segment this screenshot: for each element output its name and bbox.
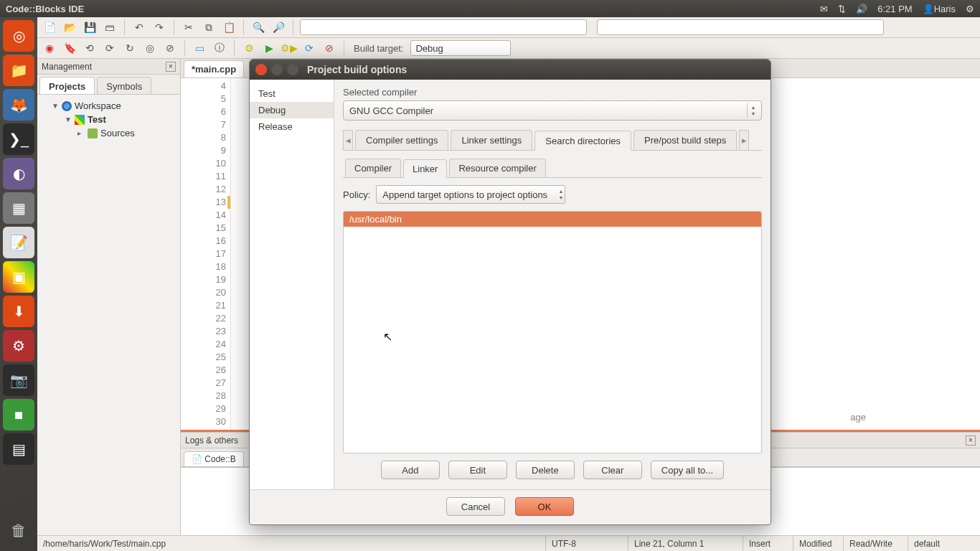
logs-tab-codeblocks[interactable]: 📄 Code::B (184, 451, 244, 466)
build-run-icon[interactable]: ⚙▶ (281, 40, 297, 56)
system-tray: ✉ ⇅ 🔊 6:21 PM 👤 Haris ⚙ (820, 4, 974, 14)
launcher-app-icon[interactable]: ▣ (3, 261, 34, 293)
nav-fwd-icon[interactable]: ⟳ (102, 40, 118, 56)
target-test[interactable]: Test (250, 85, 334, 102)
find-icon[interactable]: 🔍 (250, 19, 266, 35)
launcher-calc-icon[interactable]: ▦ (3, 192, 34, 224)
launcher-trash-icon[interactable]: 🗑 (3, 515, 34, 547)
policy-combo[interactable]: Append target options to project options… (376, 185, 565, 204)
build-icon[interactable]: ⚙ (241, 40, 257, 56)
directory-list[interactable]: /usr/local/bin (343, 211, 762, 453)
save-icon[interactable]: 💾 (82, 19, 98, 35)
launcher-eclipse-icon[interactable]: ◐ (3, 158, 34, 189)
sound-icon[interactable]: 🔊 (856, 4, 867, 14)
stop-icon[interactable]: ⊘ (162, 40, 178, 56)
rebuild-icon[interactable]: ⟳ (301, 40, 317, 56)
target-icon[interactable]: ◎ (142, 40, 158, 56)
launcher-dash-icon[interactable]: ◎ (3, 20, 34, 52)
status-path: /home/haris/Work/Test/main.cpp (37, 536, 546, 551)
tab-prepost-build[interactable]: Pre/post build steps (633, 130, 737, 150)
status-eol: default (908, 536, 980, 551)
undo-icon[interactable]: ↶ (131, 19, 147, 35)
launcher-camera-icon[interactable]: 📷 (3, 364, 34, 396)
network-icon[interactable]: ⇅ (838, 4, 846, 14)
tab-scroll-right-icon[interactable]: ▸ (739, 130, 749, 150)
launcher-files-icon[interactable]: 📁 (3, 55, 34, 86)
status-insert-mode: Insert (743, 536, 793, 551)
copy-all-button[interactable]: Copy all to... (651, 461, 724, 479)
view-icon[interactable]: ▭ (192, 40, 207, 56)
delete-button[interactable]: Delete (516, 461, 575, 479)
tab-symbols[interactable]: Symbols (97, 77, 151, 94)
clock[interactable]: 6:21 PM (877, 4, 912, 14)
tab-compiler-settings[interactable]: Compiler settings (355, 130, 448, 150)
dialog-titlebar[interactable]: Project build options (250, 60, 771, 80)
subtab-linker[interactable]: Linker (403, 159, 447, 178)
tree-sources[interactable]: ▸Sources (40, 126, 177, 140)
redo-icon[interactable]: ↷ (151, 19, 167, 35)
management-panel: Management × Projects Symbols ▼Workspace… (37, 59, 181, 535)
close-icon[interactable]: × (166, 62, 176, 72)
tree-workspace[interactable]: ▼Workspace (40, 99, 177, 113)
tab-projects[interactable]: Projects (39, 77, 95, 94)
refresh-icon[interactable]: ↻ (122, 40, 138, 56)
bookmark-icon[interactable]: 🔖 (62, 40, 77, 56)
build-target-combo[interactable]: Debug (410, 40, 511, 56)
launcher-terminal-icon[interactable]: ❯_ (3, 123, 34, 155)
window-min-icon[interactable] (271, 64, 283, 75)
launcher-green-icon[interactable]: ■ (3, 399, 34, 430)
target-release[interactable]: Release (250, 118, 334, 135)
close-icon[interactable]: × (966, 435, 976, 446)
add-button[interactable]: Add (381, 461, 440, 479)
toolbar-row-1: 📄 📂 💾 🗃 ↶ ↷ ✂ ⧉ 📋 🔍 🔎 (37, 17, 980, 38)
status-encoding: UTF-8 (546, 536, 628, 551)
subtab-compiler[interactable]: Compiler (345, 159, 401, 177)
launcher-software-icon[interactable]: ⬇ (3, 296, 34, 327)
toggle-breakpoint-icon[interactable]: ◉ (42, 40, 57, 56)
launcher-settings-icon[interactable]: ⚙ (3, 330, 34, 362)
selected-compiler-combo[interactable]: GNU GCC Compiler ▴▾ (343, 100, 762, 121)
editor-tab-main[interactable]: *main.cpp (184, 60, 244, 77)
target-debug[interactable]: Debug (250, 102, 334, 118)
chevron-updown-icon: ▴▾ (747, 103, 758, 118)
launcher-workspace-icon[interactable]: ▤ (3, 433, 34, 465)
window-close-icon[interactable] (255, 64, 267, 75)
dialog-target-list: Test Debug Release (250, 80, 334, 489)
cancel-button[interactable]: Cancel (446, 497, 505, 516)
copy-icon[interactable]: ⧉ (201, 19, 217, 35)
dialog-main-tabs: ◂ Compiler settings Linker settings Sear… (343, 129, 762, 151)
save-all-icon[interactable]: 🗃 (102, 19, 118, 35)
tab-scroll-left-icon[interactable]: ◂ (343, 130, 353, 150)
run-icon[interactable]: ▶ (261, 40, 277, 56)
clear-button[interactable]: Clear (583, 461, 642, 479)
tab-linker-settings[interactable]: Linker settings (451, 130, 532, 150)
abort-icon[interactable]: ⊘ (321, 40, 337, 56)
management-panel-title: Management × (37, 59, 180, 75)
toolbar-row-2: ◉ 🔖 ⟲ ⟳ ↻ ◎ ⊘ ▭ ⓘ ⚙ ▶ ⚙▶ ⟳ ⊘ Build targe… (37, 38, 980, 59)
ok-button[interactable]: OK (515, 497, 574, 516)
paste-icon[interactable]: 📋 (221, 19, 237, 35)
edit-button[interactable]: Edit (448, 461, 507, 479)
tree-project[interactable]: ▼Test (40, 113, 177, 126)
policy-row: Policy: Append target options to project… (343, 185, 762, 204)
replace-icon[interactable]: 🔎 (270, 19, 286, 35)
directory-list-item[interactable]: /usr/local/bin (344, 212, 761, 227)
cut-icon[interactable]: ✂ (181, 19, 197, 35)
symbol-combo[interactable] (300, 19, 587, 35)
chevron-updown-icon: ▴▾ (560, 188, 562, 201)
search-combo[interactable] (597, 19, 884, 35)
directory-buttons: Add Edit Delete Clear Copy all to... (343, 453, 762, 484)
subtab-resource[interactable]: Resource compiler (449, 159, 545, 177)
new-file-icon[interactable]: 📄 (42, 19, 57, 35)
window-max-icon[interactable] (287, 64, 298, 75)
dialog-footer: Cancel OK (250, 489, 771, 524)
tab-search-directories[interactable]: Search directories (534, 131, 631, 151)
launcher-firefox-icon[interactable]: 🦊 (3, 89, 34, 121)
nav-back-icon[interactable]: ⟲ (82, 40, 98, 56)
info-icon[interactable]: ⓘ (212, 40, 227, 56)
gear-icon[interactable]: ⚙ (966, 4, 974, 14)
mail-icon[interactable]: ✉ (820, 4, 828, 14)
open-file-icon[interactable]: 📂 (62, 19, 77, 35)
user-menu[interactable]: 👤 Haris (923, 4, 956, 14)
launcher-editor-icon[interactable]: 📝 (3, 227, 34, 258)
